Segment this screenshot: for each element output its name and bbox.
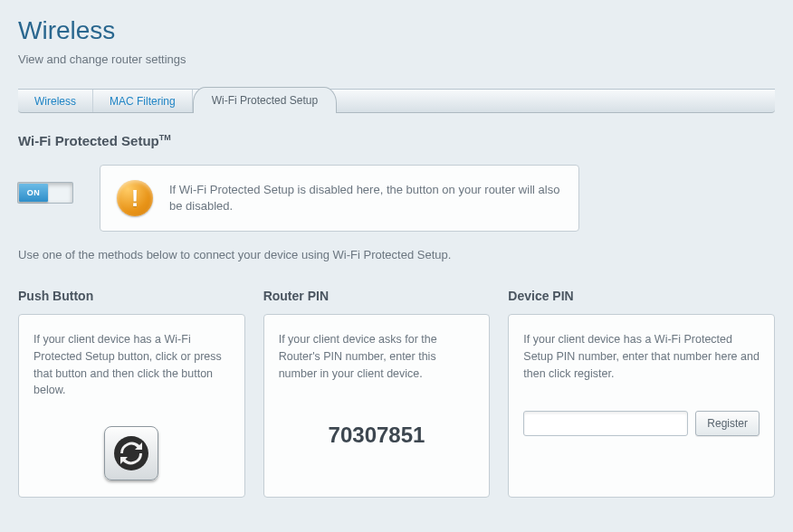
page-subtitle: View and change router settings [18, 52, 775, 66]
exclamation-icon: ! [117, 180, 153, 216]
wps-arrows-icon [114, 436, 148, 470]
tab-wifi-protected-setup[interactable]: Wi-Fi Protected Setup [193, 87, 337, 113]
device-pin-card: If your client device has a Wi-Fi Protec… [508, 314, 775, 498]
alert-text: If Wi-Fi Protected Setup is disabled her… [169, 182, 562, 214]
router-pin-value: 70307851 [279, 423, 475, 448]
section-title: Wi-Fi Protected SetupTM [18, 133, 775, 148]
wps-push-button[interactable] [104, 426, 158, 480]
router-pin-card: If your client device asks for the Route… [263, 314, 491, 498]
trademark-symbol: TM [159, 133, 171, 142]
device-pin-desc: If your client device has a Wi-Fi Protec… [523, 331, 760, 382]
section-title-text: Wi-Fi Protected Setup [18, 133, 159, 148]
alert-box: ! If Wi-Fi Protected Setup is disabled h… [100, 165, 579, 232]
device-pin-input[interactable] [523, 411, 688, 436]
toggle-knob-on: ON [19, 184, 48, 202]
router-pin-title: Router PIN [263, 289, 491, 303]
page-title: Wireless [18, 16, 775, 45]
tab-mac-filtering[interactable]: MAC Filtering [93, 90, 193, 112]
register-button[interactable]: Register [695, 411, 760, 436]
tab-strip: Wireless MAC Filtering Wi-Fi Protected S… [18, 89, 775, 113]
helper-text: Use one of the methods below to connect … [18, 248, 775, 261]
wps-toggle[interactable]: ON [18, 183, 72, 203]
push-button-card: If your client device has a Wi-Fi Protec… [18, 314, 245, 498]
router-pin-desc: If your client device asks for the Route… [279, 331, 475, 382]
device-pin-title: Device PIN [508, 289, 775, 303]
push-button-desc: If your client device has a Wi-Fi Protec… [33, 331, 230, 399]
push-button-title: Push Button [18, 289, 245, 303]
tab-wireless[interactable]: Wireless [18, 90, 93, 112]
